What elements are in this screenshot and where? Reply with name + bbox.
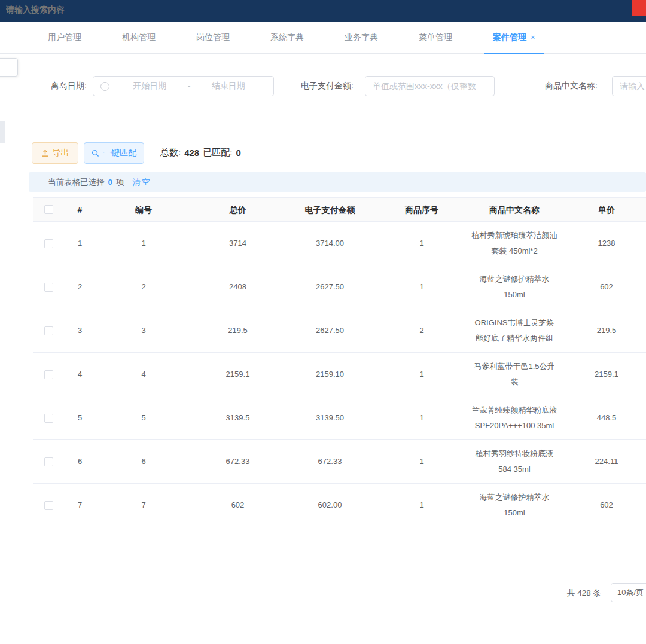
table-row[interactable]: 2 2 2408 2627.50 1 海蓝之谜修护精萃水 150ml 602: [33, 265, 646, 309]
epay-amount-input[interactable]: [365, 76, 495, 96]
collapsed-panel-fragment: [0, 58, 18, 77]
cell-index: 3: [64, 317, 96, 344]
cell-total-price: 602: [191, 492, 284, 519]
tab-label: 用户管理: [48, 32, 81, 43]
tab-label: 业务字典: [345, 32, 378, 43]
row-checkbox[interactable]: [44, 239, 53, 248]
export-button-label: 导出: [53, 148, 69, 158]
table-row[interactable]: 6 6 672.33 672.33 1 植村秀羽纱持妆粉底液 584 35ml …: [33, 440, 646, 484]
cell-index: 2: [64, 273, 96, 301]
header-epay-amount: 电子支付金额: [284, 197, 376, 224]
cell-product-seq: 2: [376, 317, 468, 344]
header-index: #: [64, 197, 96, 224]
close-icon[interactable]: ×: [531, 33, 535, 41]
cell-total-price: 3714: [191, 230, 284, 257]
cell-product-name: 马爹利蓝带干邑1.5公升装: [468, 353, 561, 396]
case-table: # 编号 总价 电子支付金额 商品序号 商品中文名称 单价 1 1 3714 3…: [33, 197, 646, 542]
cell-unit-price: 602: [561, 273, 646, 301]
filter-row: 离岛日期: 开始日期 - 结束日期 电子支付金额: 商品中文名称:: [0, 76, 646, 96]
cell-product-seq: 1: [376, 273, 468, 301]
date-range-picker[interactable]: 开始日期 - 结束日期: [93, 76, 274, 96]
selection-suffix: 项: [116, 177, 124, 188]
selection-count: 0: [108, 178, 113, 187]
header-product-name: 商品中文名称: [468, 197, 561, 224]
select-all-checkbox[interactable]: [44, 205, 53, 214]
cell-code: 4: [96, 361, 191, 388]
cell-product-seq: 1: [376, 404, 468, 432]
export-button[interactable]: 导出: [32, 142, 78, 164]
tab-label: 机构管理: [122, 32, 156, 43]
date-start-placeholder[interactable]: 开始日期: [112, 81, 188, 91]
cell-unit-price: 224.11: [561, 448, 646, 475]
row-checkbox[interactable]: [44, 370, 53, 379]
table-row[interactable]: 5 5 3139.5 3139.50 1 兰蔻菁纯臻颜精华粉底液SPF20PA+…: [33, 396, 646, 440]
page-size-select[interactable]: 10条/页: [611, 583, 646, 602]
page-size-value: 10条/页: [617, 587, 644, 598]
row-checkbox[interactable]: [44, 501, 53, 510]
tab-bar: 用户管理 机构管理 岗位管理 系统字典 业务字典 菜单管理 案件管理 ×: [0, 22, 646, 54]
cell-epay-amount: 602.00: [284, 492, 376, 519]
row-checkbox[interactable]: [44, 283, 53, 292]
cell-unit-price: 219.5: [561, 317, 646, 344]
cell-epay-amount: 3139.50: [284, 404, 376, 432]
match-button-label: 一键匹配: [103, 148, 136, 158]
tab-post-management[interactable]: 岗位管理: [184, 22, 242, 54]
cell-unit-price: 2159.1: [561, 361, 646, 388]
cell-product-name: 卡诗菁纯亮泽经典香氛: [468, 534, 561, 542]
product-name-input[interactable]: [612, 76, 646, 96]
cell-index: 5: [64, 404, 96, 432]
clear-selection-link[interactable]: 清空: [133, 177, 151, 188]
header-unit-price: 单价: [561, 197, 646, 224]
one-click-match-button[interactable]: 一键匹配: [84, 142, 144, 164]
tab-case-management[interactable]: 案件管理 ×: [481, 22, 547, 54]
tab-label: 系统字典: [270, 32, 304, 43]
notification-badge[interactable]: [632, 0, 646, 16]
cell-unit-price: 448.5: [561, 404, 646, 432]
selection-bar: 当前表格已选择 0 项 清空: [29, 172, 646, 192]
tab-label: 菜单管理: [419, 32, 452, 43]
row-checkbox[interactable]: [44, 457, 53, 466]
cell-epay-amount: 2627.50: [284, 317, 376, 344]
tab-system-dict[interactable]: 系统字典: [258, 22, 316, 54]
row-checkbox-cell: [33, 321, 64, 341]
row-checkbox-cell: [33, 277, 64, 298]
tab-org-management[interactable]: 机构管理: [110, 22, 167, 54]
row-checkbox[interactable]: [44, 414, 53, 423]
cell-index: 6: [64, 448, 96, 475]
tab-label: 案件管理: [493, 32, 526, 43]
total-value: 428: [184, 148, 199, 158]
cell-product-seq: 1: [376, 448, 468, 475]
cell-product-name: 植村秀新琥珀臻萃洁颜油套装 450ml*2: [468, 222, 561, 265]
tab-user-management[interactable]: 用户管理: [36, 22, 93, 54]
table-row[interactable]: 8 8 1898.88 1898.88 1 卡诗菁纯亮泽经典香氛 189.88: [33, 527, 646, 542]
date-end-placeholder[interactable]: 结束日期: [190, 81, 266, 91]
tab-business-dict[interactable]: 业务字典: [333, 22, 390, 54]
header-product-seq: 商品序号: [376, 197, 468, 224]
header-total-price: 总价: [191, 197, 284, 224]
cell-product-name: ORIGINS韦博士灵芝焕能好底子精华水两件组: [468, 309, 561, 352]
cell-product-seq: 1: [376, 361, 468, 388]
table-row[interactable]: 4 4 2159.1 2159.10 1 马爹利蓝带干邑1.5公升装 2159.…: [33, 353, 646, 396]
table-body: 1 1 3714 3714.00 1 植村秀新琥珀臻萃洁颜油套装 450ml*2…: [33, 222, 646, 542]
cell-product-name: 植村秀羽纱持妆粉底液 584 35ml: [468, 440, 561, 483]
search-icon: [92, 149, 99, 157]
cell-total-price: 1898.88: [191, 534, 284, 542]
global-search-input[interactable]: [6, 5, 162, 14]
date-filter-label: 离岛日期:: [51, 81, 87, 91]
table-row[interactable]: 7 7 602 602.00 1 海蓝之谜修护精萃水 150ml 602: [33, 484, 646, 527]
cell-epay-amount: 2159.10: [284, 361, 376, 388]
pagination-footer: 共 428 条 10条/页: [0, 583, 646, 603]
cell-total-price: 3139.5: [191, 404, 284, 432]
table-row[interactable]: 1 1 3714 3714.00 1 植村秀新琥珀臻萃洁颜油套装 450ml*2…: [33, 222, 646, 265]
export-icon: [41, 149, 49, 157]
row-checkbox[interactable]: [44, 326, 53, 335]
tab-label: 岗位管理: [196, 32, 230, 43]
table-row[interactable]: 3 3 219.5 2627.50 2 ORIGINS韦博士灵芝焕能好底子精华水…: [33, 309, 646, 353]
total-label: 总数:: [160, 147, 181, 158]
row-checkbox-cell: [33, 495, 64, 516]
cell-product-seq: 1: [376, 230, 468, 257]
cell-code: 8: [96, 534, 191, 542]
tab-menu-management[interactable]: 菜单管理: [407, 22, 464, 54]
selection-prefix: 当前表格已选择: [48, 177, 105, 188]
header-checkbox-cell: [33, 199, 64, 220]
